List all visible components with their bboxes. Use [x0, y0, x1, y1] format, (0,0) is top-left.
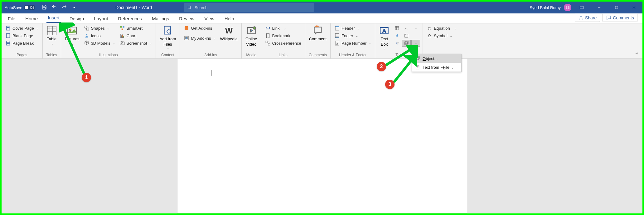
- blank-page-button[interactable]: Blank Page: [4, 32, 40, 39]
- object-menu-icon: [415, 56, 420, 61]
- maximize-icon[interactable]: [609, 2, 624, 13]
- svg-text:π: π: [428, 26, 431, 31]
- chart-button[interactable]: Chart: [118, 32, 153, 39]
- object-dropdown: Object... Text from FFile...: [412, 54, 462, 72]
- ribbon-display-icon[interactable]: [574, 2, 589, 13]
- dropdown-object[interactable]: Object...: [412, 54, 461, 63]
- avatar[interactable]: SB: [564, 4, 571, 11]
- text-box-icon: A: [379, 25, 390, 36]
- svg-rect-7: [7, 33, 10, 38]
- text-box-button[interactable]: A Text Box⌄: [378, 25, 391, 51]
- dropdown-text-from-file[interactable]: Text from FFile...: [412, 63, 461, 72]
- username[interactable]: Syed Balal Rumy: [530, 5, 561, 10]
- save-icon[interactable]: [41, 4, 47, 11]
- tab-layout[interactable]: Layout: [93, 14, 109, 23]
- svg-rect-38: [335, 37, 339, 38]
- object-chev[interactable]: ⌄: [411, 40, 420, 47]
- tab-help[interactable]: Help: [223, 14, 235, 23]
- page-number-button[interactable]: #Page Number⌄: [333, 40, 372, 47]
- tab-references[interactable]: References: [117, 14, 143, 23]
- share-button[interactable]: Share: [575, 14, 600, 22]
- symbol-button[interactable]: ΩSymbol⌄: [425, 32, 458, 39]
- quick-parts-button[interactable]: [393, 25, 401, 32]
- add-from-files-button[interactable]: Add from Files⌄: [158, 25, 177, 51]
- equation-button[interactable]: πEquation⌄: [425, 25, 458, 32]
- symbol-icon: Ω: [427, 33, 432, 38]
- toggle-switch[interactable]: Off: [24, 5, 35, 10]
- my-addins-button[interactable]: My Add-ins⌄: [182, 35, 217, 42]
- comment-button[interactable]: Comment: [308, 25, 328, 42]
- get-addins-button[interactable]: Get Add-ins: [182, 25, 217, 32]
- cover-page-button[interactable]: Cover Page⌄: [4, 25, 40, 32]
- annotation-badge-1: 1: [82, 73, 91, 82]
- svg-rect-24: [121, 41, 123, 42]
- wordart-button[interactable]: A: [393, 32, 401, 39]
- footer-icon: [334, 33, 340, 38]
- page-break-button[interactable]: Page Break: [4, 40, 40, 47]
- svg-rect-20: [122, 35, 123, 38]
- drop-cap-button[interactable]: A: [393, 40, 401, 47]
- svg-rect-47: [404, 42, 407, 44]
- tab-file[interactable]: File: [7, 14, 17, 23]
- cross-reference-button[interactable]: Cross-reference: [264, 40, 303, 47]
- annotation-badge-2: 2: [377, 62, 386, 71]
- link-button[interactable]: Link⌄: [264, 25, 303, 32]
- comments-button[interactable]: Comments: [603, 14, 637, 22]
- svg-rect-43: [395, 27, 399, 30]
- group-links: Link⌄ Bookmark Cross-reference Links: [261, 23, 305, 58]
- title-bar: AutoSave Off Document1 - Word Syed Balal…: [2, 2, 642, 13]
- minimize-icon[interactable]: [592, 2, 606, 13]
- group-label-addins: Add-ins: [182, 52, 239, 58]
- group-label-illustrations: Illustrations: [64, 52, 153, 58]
- file-search-icon: [162, 25, 173, 36]
- tab-mailings[interactable]: Mailings: [151, 14, 170, 23]
- header-button[interactable]: Header⌄: [333, 25, 372, 32]
- group-header-footer: Header⌄ Footer⌄ #Page Number⌄ Header & F…: [331, 23, 375, 58]
- svg-rect-48: [405, 41, 408, 44]
- signature-chev[interactable]: ⌄: [411, 25, 420, 32]
- undo-icon[interactable]: [51, 4, 57, 11]
- svg-rect-21: [123, 36, 124, 38]
- document-page[interactable]: [177, 59, 467, 213]
- collapse-ribbon-icon[interactable]: [634, 51, 639, 57]
- date-chev[interactable]: [411, 32, 420, 39]
- ribbon-tabs: File Home Insert Design Layout Reference…: [2, 13, 642, 23]
- bookmark-button[interactable]: Bookmark: [264, 32, 303, 39]
- svg-rect-18: [122, 29, 123, 30]
- tab-home[interactable]: Home: [24, 14, 39, 23]
- tab-insert[interactable]: Insert: [46, 13, 61, 23]
- object-button[interactable]: [402, 40, 411, 47]
- svg-point-12: [70, 29, 71, 31]
- close-icon[interactable]: [627, 2, 641, 13]
- smartart-button[interactable]: SmartArt: [118, 25, 153, 32]
- group-media: Online Video Media: [242, 23, 261, 58]
- icons-button[interactable]: Icons: [83, 32, 116, 39]
- 3d-models-button[interactable]: 3D Models⌄: [83, 40, 116, 47]
- wikipedia-button[interactable]: W Wikipedia: [219, 25, 239, 42]
- date-icon: [404, 33, 409, 38]
- toggle-dot: [25, 6, 28, 9]
- svg-point-26: [167, 30, 170, 33]
- autosave-toggle[interactable]: AutoSave Off: [2, 5, 38, 10]
- tab-review[interactable]: Review: [178, 14, 196, 23]
- svg-rect-10: [47, 26, 56, 35]
- search-box[interactable]: [184, 3, 314, 12]
- pictures-button[interactable]: Pictures⌄: [64, 25, 81, 46]
- drop-cap-icon: A: [395, 41, 399, 46]
- qat-more-icon[interactable]: [71, 4, 77, 11]
- footer-button[interactable]: Footer⌄: [333, 32, 372, 39]
- tab-design[interactable]: Design: [68, 14, 85, 23]
- search-input[interactable]: [195, 5, 311, 10]
- date-time-button[interactable]: [402, 32, 411, 39]
- redo-icon[interactable]: [61, 4, 67, 11]
- comments-icon: [606, 15, 612, 21]
- group-label-pages: Pages: [4, 52, 40, 58]
- shapes-button[interactable]: Shapes⌄: [83, 25, 116, 32]
- user-area: Syed Balal Rumy SB: [528, 2, 642, 13]
- signature-button[interactable]: [402, 25, 411, 32]
- svg-rect-51: [416, 57, 419, 60]
- screenshot-button[interactable]: Screenshot⌄: [118, 40, 153, 47]
- online-video-button[interactable]: Online Video: [244, 25, 259, 47]
- tab-view[interactable]: View: [203, 14, 215, 23]
- table-button[interactable]: Table⌄: [45, 25, 58, 46]
